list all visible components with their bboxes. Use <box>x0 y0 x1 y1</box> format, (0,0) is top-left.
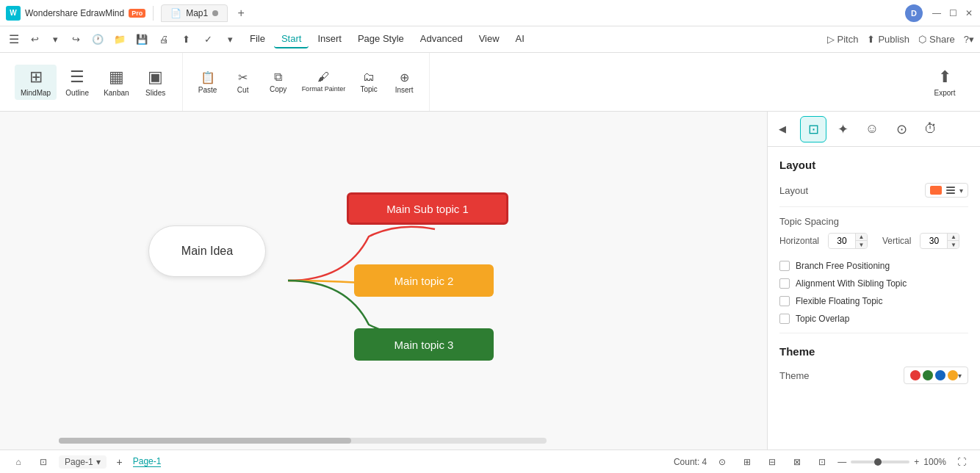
zoom-slider-thumb[interactable] <box>874 458 882 466</box>
nav-advanced[interactable]: Advanced <box>413 30 470 48</box>
subtopic1-node[interactable]: Main Sub topic 1 <box>347 192 508 225</box>
layout-selector[interactable]: ▾ <box>925 183 968 198</box>
zoom-out-icon[interactable]: — <box>837 457 846 467</box>
main-idea-node[interactable]: Main Idea <box>148 225 266 277</box>
panel-divider-2 <box>779 333 968 333</box>
checkbox-branch-free-label: Branch Free Positioning <box>796 261 890 271</box>
ribbon-paste[interactable]: 📋 Paste <box>192 68 224 97</box>
status-home-button[interactable]: ⌂ <box>9 452 28 472</box>
ribbon-format-painter[interactable]: 🖌 Format Painter <box>298 68 350 97</box>
horizontal-value[interactable] <box>829 234 855 248</box>
add-tab-button[interactable]: + <box>232 4 250 22</box>
window-controls: — ☐ ✕ <box>932 8 974 18</box>
status-view5-button[interactable]: ⊡ <box>813 452 832 472</box>
pitch-button[interactable]: ▷ Pitch <box>827 34 859 45</box>
subtopic3-node[interactable]: Main topic 3 <box>354 328 494 361</box>
add-page-button[interactable]: + <box>112 455 127 469</box>
vertical-down[interactable]: ▼ <box>947 241 959 248</box>
horizontal-scrollbar[interactable] <box>59 438 547 444</box>
ribbon-mindmap[interactable]: ⊞ MindMap <box>15 65 57 100</box>
save-button[interactable]: 💾 <box>132 30 151 49</box>
page-selector: Page-1 ▾ <box>59 455 107 469</box>
ribbon-kanban[interactable]: ▦ Kanban <box>98 65 134 100</box>
maximize-button[interactable]: ☐ <box>948 8 958 18</box>
nav-file[interactable]: File <box>242 30 273 48</box>
mark-button[interactable]: ✓ <box>198 30 217 49</box>
ribbon-outline[interactable]: ☰ Outline <box>60 65 95 100</box>
share-label: Share <box>929 34 955 45</box>
status-view1-button[interactable]: ⊙ <box>713 452 732 472</box>
vertical-up[interactable]: ▲ <box>947 234 959 241</box>
ribbon-copy[interactable]: ⧉ Copy <box>262 68 295 97</box>
file-tab[interactable]: 📄 Map1 <box>161 4 228 22</box>
ribbon-cut[interactable]: ✂ Cut <box>227 68 259 97</box>
active-page-label[interactable]: Page-1 <box>133 456 162 467</box>
subtopic2-node[interactable]: Main topic 2 <box>354 264 494 297</box>
scrollbar-thumb[interactable] <box>59 438 351 444</box>
theme-row: Theme ▾ <box>779 367 968 384</box>
panel-tab-ai[interactable]: ✦ <box>829 116 856 142</box>
status-view2-button[interactable]: ⊞ <box>738 452 757 472</box>
horizontal-up[interactable]: ▲ <box>855 234 867 241</box>
open-button[interactable]: 📁 <box>110 30 129 49</box>
canvas[interactable]: Main Idea Main Sub topic 1 Main topic 2 … <box>0 112 767 449</box>
ribbon-export[interactable]: ⬆ Export <box>927 65 962 100</box>
panel-collapse-button[interactable]: ◀ <box>774 120 791 138</box>
print-button[interactable]: 🖨 <box>154 30 173 49</box>
menu-toggle-button[interactable]: ☰ <box>6 29 22 49</box>
checkbox-flexible-box[interactable] <box>779 296 790 306</box>
horizontal-down[interactable]: ▼ <box>855 241 867 248</box>
panel-tab-emoji[interactable]: ☺ <box>859 116 885 142</box>
panel-tab-clock[interactable]: ⏱ <box>918 116 944 142</box>
copy-icon: ⧉ <box>274 71 282 84</box>
ribbon-topic[interactable]: 🗂 Topic <box>353 68 385 97</box>
zoom-slider[interactable] <box>851 461 909 463</box>
dropdown-more[interactable]: ▾ <box>220 30 239 49</box>
outline-label: Outline <box>65 89 89 97</box>
topic-spacing-section: Topic Spacing Horizontal ▲ ▼ Vertical <box>779 216 968 249</box>
nav-insert[interactable]: Insert <box>310 30 349 48</box>
title-bar-left: W Wondershare EdrawMind Pro 📄 Map1 + <box>6 4 250 22</box>
status-view3-button[interactable]: ⊟ <box>763 452 782 472</box>
kanban-icon: ▦ <box>109 68 124 87</box>
checkbox-topic-overlap-box[interactable] <box>779 314 790 324</box>
undo-button[interactable]: ↩ <box>25 30 44 49</box>
title-bar: W Wondershare EdrawMind Pro 📄 Map1 + D —… <box>0 0 980 26</box>
vertical-value[interactable] <box>920 234 947 248</box>
undo-dropdown[interactable]: ▾ <box>46 30 65 49</box>
theme-selector[interactable]: ▾ <box>904 367 968 384</box>
status-fit-button[interactable]: ⊡ <box>34 452 53 472</box>
close-button[interactable]: ✕ <box>964 8 974 18</box>
fullscreen-button[interactable]: ⛶ <box>952 452 971 472</box>
local-backup-button[interactable]: 🕐 <box>88 30 107 49</box>
slides-label: Slides <box>145 89 165 97</box>
export-icon: ⬆ <box>938 68 951 87</box>
ribbon-insert[interactable]: ⊕ Insert <box>388 68 420 97</box>
export-quick-button[interactable]: ⬆ <box>176 30 195 49</box>
zoom-in-icon[interactable]: + <box>914 457 919 467</box>
ribbon-slides[interactable]: ▣ Slides <box>138 65 173 100</box>
zoom-level: 100% <box>923 457 946 467</box>
redo-button[interactable]: ↪ <box>66 30 85 49</box>
status-view4-button[interactable]: ⊠ <box>788 452 807 472</box>
panel-tab-shield[interactable]: ⊙ <box>888 116 915 142</box>
help-button[interactable]: ?▾ <box>964 34 974 45</box>
checkbox-branch-free-box[interactable] <box>779 261 790 271</box>
publish-button[interactable]: ⬆ Publish <box>867 34 909 45</box>
checkbox-alignment-box[interactable] <box>779 278 790 289</box>
vertical-field[interactable]: ▲ ▼ <box>920 233 959 249</box>
status-bar: ⌂ ⊡ Page-1 ▾ + Page-1 Count: 4 ⊙ ⊞ ⊟ ⊠ ⊡… <box>0 449 980 473</box>
nav-start[interactable]: Start <box>274 30 309 48</box>
nav-ai[interactable]: AI <box>508 30 532 48</box>
panel-tab-layout[interactable]: ⊡ <box>800 116 826 142</box>
minimize-button[interactable]: — <box>932 8 942 18</box>
horizontal-field[interactable]: ▲ ▼ <box>828 233 868 249</box>
theme-color-red <box>910 370 920 380</box>
ribbon-export-group: ⬆ Export <box>915 53 974 111</box>
nav-view[interactable]: View <box>472 30 507 48</box>
nav-page-style[interactable]: Page Style <box>350 30 411 48</box>
subtopic3-label: Main topic 3 <box>394 339 454 351</box>
page-dropdown-icon[interactable]: ▾ <box>96 457 101 467</box>
share-button[interactable]: ⬡ Share <box>918 34 955 45</box>
slides-icon: ▣ <box>148 68 163 87</box>
